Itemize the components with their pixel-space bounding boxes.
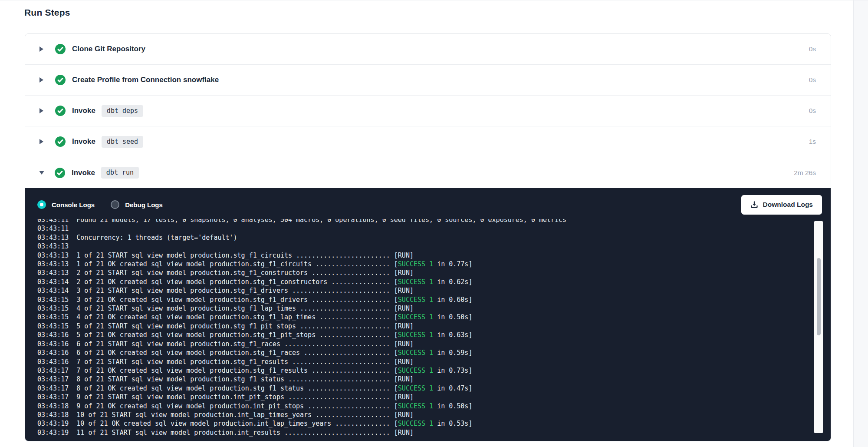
console-scrollbar-thumb[interactable]	[817, 258, 821, 335]
step-duration: 0s	[809, 45, 816, 53]
console-log-output[interactable]: 03:43:11 Found 21 models, 17 tests, 0 sn…	[37, 219, 805, 438]
log-line: 03:43:13 1 of 21 START sql view model pr…	[37, 251, 805, 260]
log-line: 03:43:15 4 of 21 START sql view model pr…	[37, 304, 805, 313]
log-line: 03:43:15 3 of 21 OK created sql view mod…	[37, 295, 805, 304]
chevron-right-icon[interactable]	[39, 139, 43, 144]
download-logs-button[interactable]: Download Logs	[741, 195, 822, 215]
chevron-right-icon[interactable]	[39, 108, 43, 113]
log-line: 03:43:15 5 of 21 START sql view model pr…	[37, 322, 805, 331]
step-row-2[interactable]: Create Profile from Connection snowflake…	[25, 65, 831, 96]
log-line: 03:43:19 11 of 21 START sql view model p…	[37, 428, 805, 437]
log-line: 03:43:17 9 of 21 START sql view model pr…	[37, 393, 805, 401]
console-scrollbar[interactable]	[814, 221, 823, 433]
log-line: 03:43:16 6 of 21 START sql view model pr…	[37, 340, 805, 348]
log-line: 03:43:14 2 of 21 OK created sql view mod…	[37, 278, 805, 286]
log-tab-label: Console Logs	[52, 201, 95, 209]
chevron-right-icon[interactable]	[39, 46, 43, 52]
check-circle-icon	[55, 136, 66, 147]
run-steps-list: Clone Git Repository 0s Create Profile f…	[25, 34, 831, 188]
step-duration: 1s	[809, 138, 816, 146]
log-line: 03:43:15 4 of 21 OK created sql view mod…	[37, 313, 805, 321]
chevron-down-icon[interactable]	[39, 171, 44, 175]
chevron-right-icon[interactable]	[39, 77, 43, 83]
run-steps-card: Clone Git Repository 0s Create Profile f…	[25, 33, 831, 441]
step-command-badge: dbt seed	[102, 136, 143, 148]
log-line: 03:43:16 5 of 21 OK created sql view mod…	[37, 331, 805, 339]
log-line: 03:43:17 8 of 21 OK created sql view mod…	[37, 384, 805, 393]
check-circle-icon	[55, 168, 65, 178]
log-line: 03:43:18 10 of 21 START sql view model p…	[37, 411, 805, 419]
step-row-1[interactable]: Clone Git Repository 0s	[25, 34, 831, 65]
step-row-5[interactable]: Invoke dbt run 2m 26s	[25, 157, 831, 188]
console-header: Console LogsDebug Logs Download Logs	[25, 188, 831, 221]
step-title: Invoke	[72, 169, 95, 177]
log-line: 03:43:13 1 of 21 OK created sql view mod…	[37, 260, 805, 268]
download-icon	[750, 201, 758, 209]
step-title: Invoke	[72, 106, 95, 115]
step-title: Invoke	[72, 137, 95, 146]
step-duration: 2m 26s	[794, 169, 816, 177]
console-panel: Console LogsDebug Logs Download Logs 03:…	[25, 188, 831, 441]
download-logs-label: Download Logs	[763, 201, 813, 209]
page-title: Run Steps	[24, 7, 70, 18]
log-tab-label: Debug Logs	[125, 201, 163, 209]
step-title: Create Profile from Connection snowflake	[72, 76, 219, 84]
step-title: Clone Git Repository	[72, 45, 145, 53]
step-command-badge: dbt deps	[102, 105, 143, 117]
radio-unselected-icon[interactable]	[111, 200, 119, 209]
log-line: 03:43:17 8 of 21 START sql view model pr…	[37, 375, 805, 384]
step-command-badge: dbt run	[101, 167, 139, 179]
log-tab-console-logs[interactable]: Console Logs	[37, 200, 95, 209]
log-line: 03:43:11 Found 21 models, 17 tests, 0 sn…	[37, 219, 805, 224]
log-line: 03:43:11	[37, 224, 805, 233]
log-line: 03:43:13 2 of 21 START sql view model pr…	[37, 268, 805, 277]
step-row-4[interactable]: Invoke dbt seed 1s	[25, 126, 831, 157]
log-line: 03:43:13	[37, 242, 805, 251]
log-type-tabs: Console LogsDebug Logs	[37, 200, 179, 209]
log-line: 03:43:19 10 of 21 OK created sql view mo…	[37, 419, 805, 428]
log-line: 03:43:14 3 of 21 START sql view model pr…	[37, 286, 805, 295]
step-duration: 0s	[809, 107, 816, 115]
page-right-gutter	[853, 0, 868, 447]
log-line: 03:43:16 7 of 21 START sql view model pr…	[37, 358, 805, 366]
step-row-3[interactable]: Invoke dbt deps 0s	[25, 96, 831, 126]
log-line: 03:43:18 9 of 21 OK created sql view mod…	[37, 402, 805, 411]
radio-selected-icon[interactable]	[37, 200, 46, 209]
check-circle-icon	[55, 106, 66, 116]
check-circle-icon	[55, 75, 66, 85]
step-duration: 0s	[809, 76, 816, 84]
log-line: 03:43:13 Concurrency: 1 threads (target=…	[37, 233, 805, 242]
log-line: 03:43:17 7 of 21 OK created sql view mod…	[37, 366, 805, 375]
log-tab-debug-logs[interactable]: Debug Logs	[111, 200, 163, 209]
check-circle-icon	[55, 44, 66, 54]
log-line: 03:43:16 6 of 21 OK created sql view mod…	[37, 348, 805, 357]
